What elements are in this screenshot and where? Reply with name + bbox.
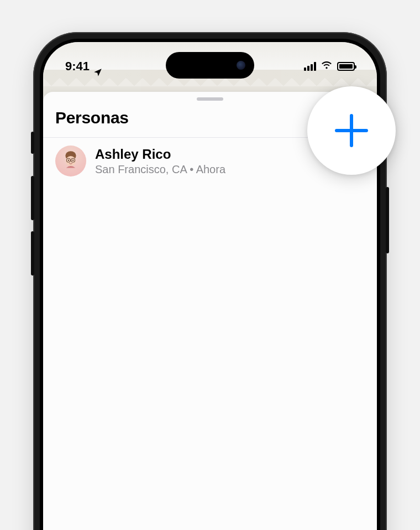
dynamic-island — [166, 52, 254, 79]
wifi-icon — [321, 59, 333, 74]
status-time: 9:41 — [65, 59, 90, 74]
person-name: Ashley Rico — [95, 147, 329, 162]
add-person-button[interactable] — [307, 86, 396, 175]
avatar — [55, 146, 86, 176]
side-button — [31, 231, 34, 276]
side-button — [31, 132, 34, 154]
svg-point-1 — [69, 152, 73, 157]
side-button — [31, 176, 34, 220]
svg-point-2 — [66, 156, 76, 166]
plus-icon — [335, 114, 368, 147]
battery-icon — [337, 62, 355, 71]
sheet-title: Personas — [55, 108, 129, 127]
camera-dot — [237, 61, 245, 70]
cellular-signal-icon — [304, 62, 316, 71]
svg-point-6 — [68, 160, 69, 161]
person-location-time: San Francisco, CA • Ahora — [95, 163, 329, 176]
svg-point-7 — [72, 160, 74, 161]
side-button — [386, 187, 389, 253]
